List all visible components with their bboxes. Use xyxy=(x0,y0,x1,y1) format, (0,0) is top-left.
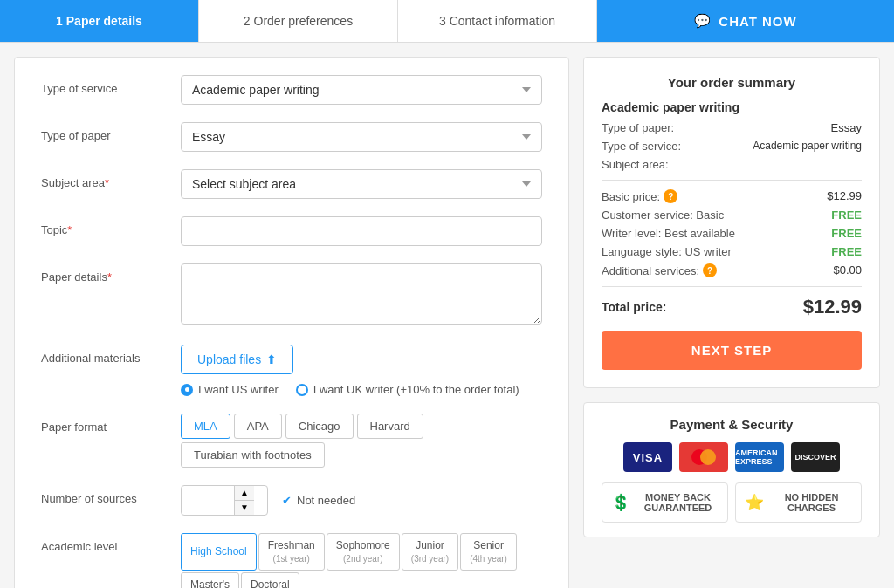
svg-point-1 xyxy=(700,449,716,465)
type-of-paper-row: Type of paper Essay xyxy=(41,122,542,152)
additional-materials-label: Additional materials xyxy=(41,345,181,365)
type-of-service-select[interactable]: Academic paper writing xyxy=(181,75,542,105)
summary-service-name: Academic paper writing xyxy=(602,100,862,114)
summary-language-style: Language style: US writer FREE xyxy=(602,245,862,258)
order-form: Type of service Academic paper writing T… xyxy=(14,57,569,588)
upload-icon: ⬆ xyxy=(266,352,277,366)
radio-inner xyxy=(185,387,189,392)
summary-customer-service: Customer service: Basic FREE xyxy=(602,209,862,222)
us-writer-option[interactable]: I want US writer xyxy=(181,383,279,396)
sources-up[interactable]: ▲ xyxy=(235,486,254,501)
type-of-paper-select[interactable]: Essay xyxy=(181,122,542,152)
tab-order-preferences[interactable]: 2 Order preferences xyxy=(199,0,398,42)
paper-details-row: Paper details* xyxy=(41,263,542,327)
paper-details-textarea[interactable] xyxy=(181,263,542,325)
uk-writer-option[interactable]: I want UK writer (+10% to the order tota… xyxy=(296,383,519,396)
required-marker: * xyxy=(105,176,109,189)
payment-security-card: Payment & Security VISA AMERICAN EXPRESS… xyxy=(583,402,880,537)
upload-files-button[interactable]: Upload files ⬆ xyxy=(181,345,293,374)
sources-input[interactable] xyxy=(182,489,234,512)
next-step-button[interactable]: NEXT STEP xyxy=(602,331,862,370)
paper-format-control: MLA APA Chicago Harvard Turabian with fo… xyxy=(181,414,542,468)
academic-level-control: High School Freshman(1st year) Sophomore… xyxy=(181,533,542,588)
topic-label: Topic* xyxy=(41,216,181,236)
summary-basic-price: Basic price: ? $12.99 xyxy=(602,189,862,203)
additional-materials-row: Additional materials Upload files ⬆ I wa… xyxy=(41,345,542,396)
type-of-service-control: Academic paper writing xyxy=(181,75,542,105)
academic-level-row: Academic level High School Freshman(1st … xyxy=(41,533,542,588)
required-marker-topic: * xyxy=(67,223,72,236)
top-navigation: 1 Paper details 2 Order preferences 3 Co… xyxy=(0,0,894,43)
level-high-school[interactable]: High School xyxy=(181,533,257,571)
chat-icon: 💬 xyxy=(694,13,712,29)
money-icon: 💲 xyxy=(611,493,630,512)
format-mla[interactable]: MLA xyxy=(181,414,230,439)
sources-number-wrap: ▲ ▼ xyxy=(181,485,268,516)
level-junior[interactable]: Junior(3rd year) xyxy=(402,533,458,571)
level-senior[interactable]: Senior(4th year) xyxy=(460,533,517,571)
main-container: Type of service Academic paper writing T… xyxy=(0,43,894,588)
summary-divider-1 xyxy=(602,180,862,181)
subject-area-label: Subject area* xyxy=(41,169,181,189)
order-summary-card: Your order summary Academic paper writin… xyxy=(583,57,880,388)
subject-area-row: Subject area* Select subject area xyxy=(41,169,542,199)
writer-options: I want US writer I want UK writer (+10% … xyxy=(181,383,542,396)
subject-area-select[interactable]: Select subject area xyxy=(181,169,542,199)
sidebar: Your order summary Academic paper writin… xyxy=(583,57,880,588)
sources-row: Number of sources ▲ ▼ ✔ Not needed xyxy=(41,485,542,516)
level-sophomore[interactable]: Sophomore(2nd year) xyxy=(327,533,400,571)
payment-card-icons: VISA AMERICAN EXPRESS DISCOVER xyxy=(602,442,862,472)
mastercard-icon xyxy=(679,442,728,472)
type-of-paper-label: Type of paper xyxy=(41,122,181,142)
academic-level-label: Academic level xyxy=(41,533,181,553)
type-of-service-label: Type of service xyxy=(41,75,181,95)
subject-area-control: Select subject area xyxy=(181,169,542,199)
paper-details-control xyxy=(181,263,542,327)
type-of-service-row: Type of service Academic paper writing xyxy=(41,75,542,105)
chat-now-button[interactable]: 💬 CHAT NOW xyxy=(597,0,894,42)
payment-title: Payment & Security xyxy=(602,417,862,432)
format-buttons-group: MLA APA Chicago Harvard Turabian with fo… xyxy=(181,414,542,468)
summary-type-of-service: Type of service: Academic paper writing xyxy=(602,140,862,153)
paper-format-row: Paper format MLA APA Chicago Harvard Tur… xyxy=(41,414,542,468)
level-buttons-group: High School Freshman(1st year) Sophomore… xyxy=(181,533,542,588)
additional-services-help[interactable]: ? xyxy=(703,263,717,277)
paper-details-label: Paper details* xyxy=(41,263,181,284)
format-turabian[interactable]: Turabian with footnotes xyxy=(181,442,325,468)
required-marker-details: * xyxy=(107,270,112,284)
summary-subject-area: Subject area: xyxy=(602,158,862,171)
type-of-paper-control: Essay xyxy=(181,122,542,152)
basic-price-help[interactable]: ? xyxy=(664,189,677,203)
sources-spinner: ▲ ▼ xyxy=(234,486,254,515)
format-apa[interactable]: APA xyxy=(234,414,282,439)
sources-input-group: ▲ ▼ ✔ Not needed xyxy=(181,485,542,516)
sources-label: Number of sources xyxy=(41,485,181,505)
order-summary-title: Your order summary xyxy=(602,75,862,90)
level-masters[interactable]: Master's xyxy=(181,572,239,588)
format-harvard[interactable]: Harvard xyxy=(357,414,423,439)
format-chicago[interactable]: Chicago xyxy=(285,414,354,439)
paper-format-label: Paper format xyxy=(41,414,181,434)
amex-icon: AMERICAN EXPRESS xyxy=(735,442,784,472)
visa-icon: VISA xyxy=(623,442,672,472)
total-price-row: Total price: $12.99 xyxy=(602,296,862,318)
not-needed-option: ✔ Not needed xyxy=(282,494,355,507)
level-doctoral[interactable]: Doctoral xyxy=(241,572,299,588)
topic-row: Topic* xyxy=(41,216,542,246)
check-icon: ✔ xyxy=(282,494,292,507)
topic-control xyxy=(181,216,542,246)
tab-contact-information[interactable]: 3 Contact information xyxy=(398,0,597,42)
summary-additional-services: Additional services: ? $0.00 xyxy=(602,263,862,277)
us-writer-radio[interactable] xyxy=(181,384,193,396)
topic-input[interactable] xyxy=(181,216,542,246)
uk-writer-radio[interactable] xyxy=(296,384,308,396)
summary-writer-level: Writer level: Best available FREE xyxy=(602,227,862,240)
summary-divider-2 xyxy=(602,286,862,287)
sources-control: ▲ ▼ ✔ Not needed xyxy=(181,485,542,516)
sources-down[interactable]: ▼ xyxy=(235,501,254,515)
guarantee-row: 💲 MONEY BACK GUARANTEED ⭐ NO HIDDEN CHAR… xyxy=(602,482,862,523)
no-hidden-box: ⭐ NO HIDDEN CHARGES xyxy=(735,482,862,523)
summary-type-of-paper: Type of paper: Essay xyxy=(602,121,862,134)
tab-paper-details[interactable]: 1 Paper details xyxy=(0,0,199,42)
level-freshman[interactable]: Freshman(1st year) xyxy=(258,533,325,571)
